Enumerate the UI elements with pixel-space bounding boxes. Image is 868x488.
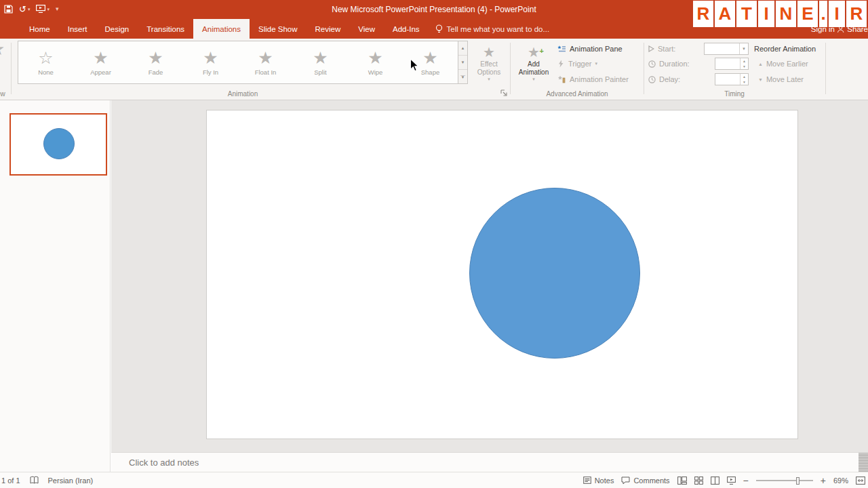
animation-wipe[interactable]: ★ Wipe — [348, 41, 403, 83]
slide-1-thumbnail[interactable] — [9, 113, 107, 176]
effect-options-star-icon: ★ — [483, 45, 495, 60]
add-animation-star-icon: ★+ — [528, 45, 540, 60]
start-label: Start: — [658, 45, 675, 53]
normal-view-icon — [677, 476, 687, 485]
move-earlier-button[interactable]: ▲ Move Earlier — [758, 57, 808, 70]
move-later-arrow-icon: ▼ — [758, 77, 763, 82]
tab-transitions[interactable]: Transitions — [138, 19, 193, 39]
notes-toggle-label: Notes — [595, 476, 614, 485]
delay-clock-icon — [648, 76, 656, 83]
preview-group-label: Preview — [0, 90, 9, 98]
gallery-more-button[interactable]: ──▼ — [458, 70, 467, 83]
duration-spinner[interactable]: ▲▼ — [715, 58, 749, 70]
add-animation-button[interactable]: ★+ Add Animation ▾ — [514, 40, 553, 96]
animation-fade[interactable]: ★ Fade — [128, 41, 183, 83]
trigger-button[interactable]: Trigger ▾ — [557, 57, 597, 70]
slide-show-icon — [727, 476, 736, 485]
animation-label: Float In — [255, 68, 277, 76]
comments-toggle-button[interactable]: Comments — [621, 476, 669, 485]
gallery-scroll-up-button[interactable]: ▲ — [458, 41, 467, 56]
zoom-slider[interactable] — [756, 476, 813, 485]
star-icon: ★ — [148, 49, 163, 67]
tell-me-box[interactable]: Tell me what you want to do... — [429, 19, 557, 39]
slide-canvas[interactable] — [206, 110, 798, 439]
tab-home[interactable]: Home — [20, 19, 59, 39]
star-icon: ★ — [93, 49, 108, 67]
animation-painter-icon — [557, 75, 566, 83]
watermark-letter: R — [846, 1, 867, 27]
language-indicator[interactable]: Persian (Iran) — [48, 476, 94, 485]
animation-painter-button[interactable]: Animation Painter — [557, 73, 629, 86]
watermark-letter-text: T — [741, 3, 752, 24]
watermark-logo: R A T I N E . I R — [693, 1, 867, 27]
animation-group-label: Animation — [18, 90, 468, 98]
animation-label: Split — [314, 68, 326, 76]
lightbulb-icon — [435, 24, 443, 34]
watermark-letter: I — [758, 1, 774, 27]
watermark-letter: I — [829, 1, 845, 27]
delay-spin-arrows[interactable]: ▲▼ — [740, 74, 748, 85]
animation-appear[interactable]: ★ Appear — [73, 41, 128, 83]
watermark-letter-text: . — [821, 3, 825, 24]
start-dropdown[interactable]: ▼ — [704, 43, 749, 55]
slide-sorter-view-button[interactable] — [694, 476, 703, 485]
star-outline-icon: ☆ — [38, 49, 53, 67]
notes-placeholder[interactable]: Click to add notes — [129, 458, 199, 468]
watermark-letter: A — [715, 1, 735, 27]
animation-fly-in[interactable]: ★ Fly In — [183, 41, 238, 83]
normal-view-button[interactable] — [677, 476, 687, 485]
animation-split[interactable]: ★ Split — [293, 41, 348, 83]
advanced-animation-group-label: Advanced Animation — [511, 90, 644, 98]
slide-show-view-button[interactable] — [727, 476, 736, 485]
tab-review[interactable]: Review — [307, 19, 350, 39]
watermark-letter: E — [797, 1, 818, 27]
slide-editor-area — [111, 100, 868, 452]
duration-clock-icon — [648, 60, 656, 68]
zoom-out-button[interactable]: − — [743, 475, 749, 486]
watermark-letter-text: I — [834, 3, 839, 24]
zoom-slider-track — [756, 480, 813, 481]
tab-insert[interactable]: Insert — [59, 19, 96, 39]
animation-label: None — [38, 68, 54, 76]
notes-toggle-button[interactable]: Notes — [583, 476, 614, 485]
comments-toggle-label: Comments — [633, 476, 669, 485]
effect-options-button[interactable]: ★ Effect Options ▾ — [469, 40, 509, 96]
add-animation-label: Add Animation — [516, 60, 551, 76]
group-separator — [510, 43, 511, 94]
tab-design[interactable]: Design — [96, 19, 138, 39]
powerpoint-window: ↺ ▾ ▾ ▾ New Microsoft PowerPoint Present… — [0, 0, 868, 488]
zoom-level[interactable]: 69% — [833, 476, 848, 485]
gallery-scroll-down-button[interactable]: ▼ — [458, 56, 467, 70]
animation-none[interactable]: ☆ None — [18, 41, 73, 83]
duration-spin-arrows[interactable]: ▲▼ — [740, 58, 748, 69]
tab-slide-show[interactable]: Slide Show — [250, 19, 307, 39]
tab-view[interactable]: View — [349, 19, 384, 39]
notes-pane[interactable]: Click to add notes — [111, 452, 868, 472]
tab-add-ins[interactable]: Add-Ins — [384, 19, 429, 39]
zoom-slider-thumb[interactable] — [796, 477, 800, 485]
animation-pane-button[interactable]: Animation Pane — [557, 42, 623, 56]
preview-star-icon: ★ — [0, 39, 5, 60]
trigger-caret-icon: ▾ — [595, 61, 597, 66]
animation-float-in[interactable]: ★ Float In — [238, 41, 293, 83]
delay-spinner[interactable]: ▲▼ — [715, 73, 749, 85]
zoom-in-button[interactable]: + — [821, 475, 826, 486]
trigger-lightning-icon — [557, 60, 565, 68]
animation-label: Wipe — [368, 68, 383, 76]
fit-slide-to-window-icon[interactable] — [856, 476, 865, 485]
animation-label: Appear — [90, 68, 111, 76]
comments-icon — [621, 476, 630, 485]
start-dropdown-caret-icon: ▼ — [739, 43, 748, 54]
status-left: 1 of 1 Persian (Iran) — [1, 472, 93, 488]
preview-group-cut: ★ Preview — [0, 39, 10, 100]
reading-view-button[interactable] — [711, 476, 719, 485]
proofing-icon[interactable] — [30, 476, 39, 485]
move-later-button[interactable]: ▼ Move Later — [758, 73, 804, 86]
watermark-letter: R — [693, 1, 713, 27]
watermark-letter-text: R — [697, 3, 710, 24]
notes-scrollbar[interactable] — [859, 453, 868, 472]
tab-animations[interactable]: Animations — [193, 19, 250, 39]
oval-shape[interactable] — [469, 188, 640, 359]
group-separator — [11, 43, 12, 94]
animation-dialog-launcher[interactable] — [500, 89, 509, 98]
